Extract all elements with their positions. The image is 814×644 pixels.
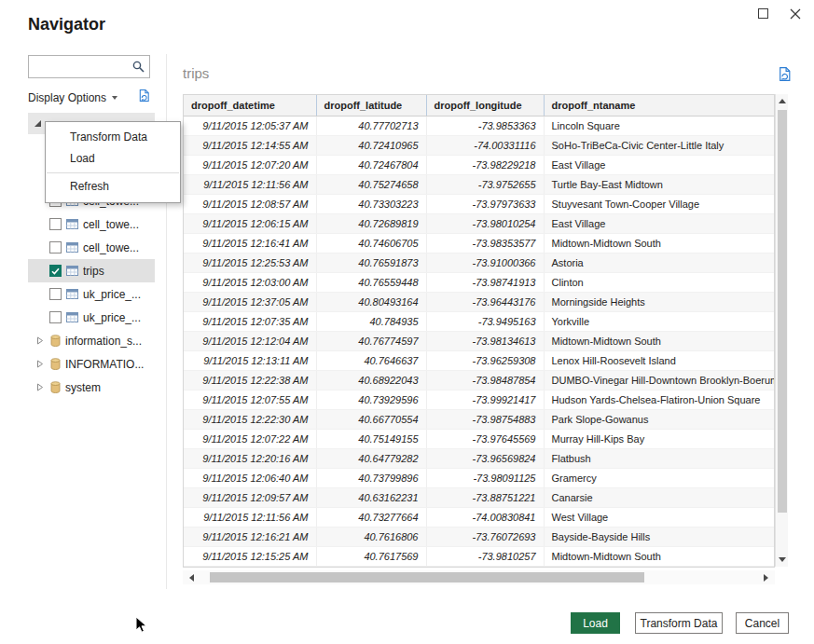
scroll-left-icon[interactable] (185, 570, 199, 584)
cell: Murray Hill-Kips Bay (544, 429, 774, 448)
table-row: 9/11/2015 12:11:56 AM40.73277664-74.0083… (184, 507, 774, 527)
cell: 9/11/2015 12:14:55 AM (184, 135, 316, 155)
table-row: 9/11/2015 12:15:25 AM40.7617569-73.98102… (184, 546, 774, 566)
cell: 40.76591873 (316, 253, 426, 272)
cell: -73.98741913 (426, 272, 544, 292)
column-header-dropoff-datetime: dropoff_datetime (184, 95, 316, 116)
tree-item-label: INFORMATIO... (65, 358, 144, 371)
tree-item-label: trips (83, 265, 104, 278)
table-icon (66, 312, 78, 322)
scroll-down-icon[interactable] (776, 553, 789, 567)
vertical-scrollbar[interactable] (775, 94, 788, 567)
cell: -73.98134613 (426, 331, 544, 350)
expand-arrow-icon[interactable] (36, 360, 46, 368)
scroll-right-icon[interactable] (759, 570, 773, 584)
cell: 9/11/2015 12:06:40 AM (184, 468, 316, 487)
search-input[interactable] (34, 61, 132, 74)
cell: -73.97973633 (426, 194, 544, 213)
cell: 9/11/2015 12:07:55 AM (184, 390, 316, 409)
horizontal-scrollbar[interactable] (183, 570, 775, 584)
cell: Midtown-Midtown South (544, 331, 774, 350)
cell: 9/11/2015 12:37:05 AM (184, 292, 316, 311)
cell: 9/11/2015 12:25:53 AM (184, 253, 316, 272)
expand-arrow-icon[interactable] (36, 336, 46, 345)
load-button[interactable]: Load (571, 612, 620, 634)
tree-item-system[interactable]: system (28, 376, 155, 399)
tree-item-information-s[interactable]: information_s... (28, 329, 155, 352)
cell: 9/11/2015 12:06:15 AM (184, 213, 316, 233)
checkbox[interactable] (49, 288, 62, 300)
cell: 9/11/2015 12:20:16 AM (184, 448, 316, 468)
close-icon[interactable] (789, 7, 801, 20)
tree-item-cell-towe[interactable]: cell_towe... (28, 236, 155, 259)
table-row: 9/11/2015 12:25:53 AM40.76591873-73.9100… (184, 253, 774, 272)
display-options-dropdown[interactable]: Display Options (28, 91, 117, 104)
cell: Bayside-Bayside Hills (544, 527, 774, 546)
search-icon (132, 61, 145, 73)
scroll-up-icon[interactable] (776, 94, 789, 108)
checkbox[interactable] (49, 241, 62, 253)
cell: Turtle Bay-East Midtown (544, 174, 774, 194)
cell: -73.98353577 (426, 233, 544, 253)
cell: Canarsie (544, 487, 774, 507)
table-row: 9/11/2015 12:22:38 AM40.68922043-73.9848… (184, 370, 774, 390)
menu-item-transform-data[interactable]: Transform Data (46, 127, 180, 148)
cell: 40.784935 (316, 311, 426, 331)
cell: -74.00830841 (426, 507, 544, 527)
menu-item-refresh[interactable]: Refresh (46, 176, 180, 198)
table-row: 9/11/2015 12:37:05 AM40.80493164-73.9644… (184, 292, 774, 311)
cell: 9/11/2015 12:22:30 AM (184, 409, 316, 429)
cell: 40.68922043 (316, 370, 426, 390)
horizontal-scrollbar-thumb[interactable] (210, 572, 644, 582)
cell: 9/11/2015 12:12:04 AM (184, 331, 316, 350)
cell: -73.76072693 (426, 527, 544, 546)
tree-item-informatio[interactable]: INFORMATIO... (28, 352, 155, 376)
menu-item-load[interactable]: Load (46, 148, 180, 170)
preview-header-row: dropoff_datetimedropoff_latitudedropoff_… (184, 95, 774, 116)
cell: West Village (544, 507, 774, 527)
cell: 9/11/2015 12:08:57 AM (184, 194, 316, 213)
transform-data-button[interactable]: Transform Data (635, 612, 723, 634)
refresh-icon[interactable] (137, 89, 152, 103)
collapse-arrow-icon[interactable] (34, 119, 43, 128)
cell: Lincoln Square (544, 116, 774, 135)
tree-item-cell-towe[interactable]: cell_towe... (28, 212, 155, 236)
tree-item-uk-price[interactable]: uk_price_... (28, 306, 155, 329)
database-icon (50, 335, 61, 347)
search-box[interactable] (28, 55, 150, 78)
table-row: 9/11/2015 12:08:57 AM40.73303223-73.9797… (184, 194, 774, 213)
table-row: 9/11/2015 12:07:35 AM40.784935-73.949516… (184, 311, 774, 331)
maximize-icon[interactable] (758, 8, 768, 19)
checkbox[interactable] (49, 218, 62, 230)
vertical-scrollbar-thumb[interactable] (778, 110, 787, 513)
cell: Clinton (544, 272, 774, 292)
cell: 9/11/2015 12:15:25 AM (184, 546, 316, 566)
cancel-button[interactable]: Cancel (736, 612, 789, 634)
cell: 40.7646637 (316, 350, 426, 370)
mouse-cursor-icon (135, 616, 147, 637)
checkbox[interactable] (49, 265, 62, 277)
cell: Midtown-Midtown South (544, 546, 774, 566)
cell: DUMBO-Vinegar Hill-Downtown Brooklyn-Boe… (544, 370, 774, 390)
table-icon (66, 266, 78, 276)
tree-item-label: information_s... (65, 335, 142, 348)
cell: 9/11/2015 12:07:20 AM (184, 155, 316, 174)
tree-item-trips[interactable]: trips (28, 259, 155, 282)
cell: -73.9853363 (426, 116, 544, 135)
refresh-preview-icon[interactable] (777, 66, 793, 82)
dialog-title: Navigator (28, 15, 105, 34)
cell: 40.80493164 (316, 292, 426, 311)
cell: 40.76774597 (316, 331, 426, 350)
column-header-dropoff-latitude: dropoff_latitude (316, 95, 426, 116)
cell: 9/11/2015 12:05:37 AM (184, 116, 316, 135)
cell: 40.75149155 (316, 429, 426, 448)
tree-item-label: cell_towe... (83, 218, 139, 231)
checkbox[interactable] (49, 311, 62, 323)
expand-arrow-icon[interactable] (36, 383, 46, 391)
cell: 40.73929596 (316, 390, 426, 409)
cell: Yorkville (544, 311, 774, 331)
tree-item-uk-price[interactable]: uk_price_... (28, 282, 155, 306)
cell: 40.74606705 (316, 233, 426, 253)
tree-item-label: uk_price_... (83, 311, 141, 324)
table-row: 9/11/2015 12:06:15 AM40.72689819-73.9801… (184, 213, 774, 233)
